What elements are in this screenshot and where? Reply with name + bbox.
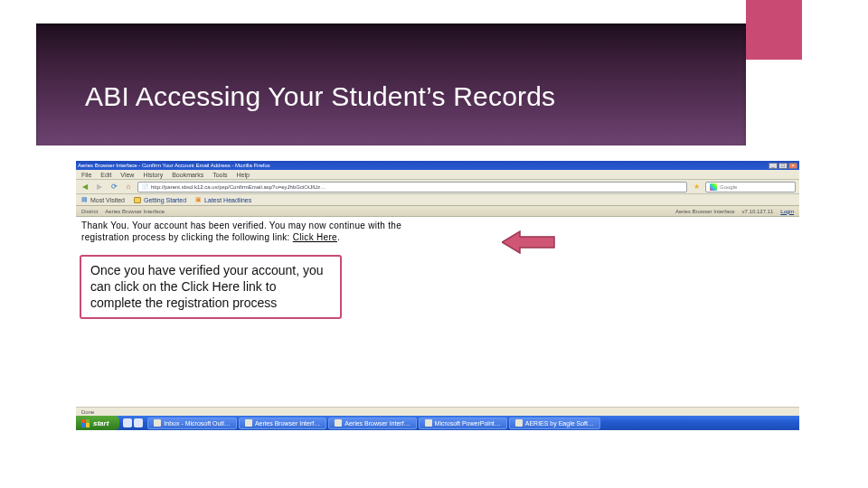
nav-toolbar: ◀ ▶ ⟳ ⌂ 📄 http://parent.sbsd.k12.ca.us/p…	[76, 180, 799, 194]
folder-icon	[134, 197, 141, 203]
quick-launch-icon[interactable]	[123, 418, 132, 427]
reload-button[interactable]: ⟳	[108, 182, 119, 192]
quick-launch	[120, 418, 146, 427]
title-banner: ABI Accessing Your Student’s Records	[36, 23, 746, 145]
instruction-callout: Once you have verified your account, you…	[80, 255, 342, 319]
menu-file[interactable]: File	[81, 172, 91, 178]
bookmark-latest-headlines[interactable]: ▣ Latest Headlines	[195, 196, 251, 203]
browser-screenshot: Aeries Browser Interface - Confirm Your …	[76, 161, 799, 250]
taskbar-item-aeries-eagle[interactable]: AERIES by Eagle Soft…	[509, 418, 600, 429]
close-button[interactable]: ×	[788, 163, 797, 169]
menu-bookmarks[interactable]: Bookmarks	[172, 172, 203, 178]
sys-version: v7.10.127.11	[742, 209, 774, 214]
windows-taskbar: start Inbox - Microsoft Outl… Aeries Bro…	[76, 416, 799, 430]
address-bar[interactable]: 📄 http://parent.sbsd.k12.ca.us/psp/Confi…	[137, 182, 687, 192]
app-icon	[245, 419, 252, 427]
menu-tools[interactable]: Tools	[212, 172, 227, 178]
bookmark-star-icon[interactable]: ★	[691, 182, 702, 192]
bookmark-getting-started[interactable]: Getting Started	[134, 197, 186, 203]
start-button[interactable]: start	[76, 416, 119, 430]
browser-statusbar: Done	[76, 407, 799, 416]
taskbar-item-aeries-1[interactable]: Aeries Browser Interf…	[239, 418, 326, 429]
confirmation-text-dot: .	[337, 232, 340, 242]
list-icon: ▤	[81, 196, 88, 203]
url-text: http://parent.sbsd.k12.ca.us/psp/Confirm…	[151, 184, 326, 190]
home-button[interactable]: ⌂	[123, 182, 134, 192]
sys-district: District	[81, 209, 98, 214]
taskbar-item-outlook[interactable]: Inbox - Microsoft Outl…	[147, 418, 237, 429]
page-icon: 📄	[142, 183, 148, 190]
taskbar-item-powerpoint[interactable]: Microsoft PowerPoint…	[419, 418, 507, 429]
status-text: Done	[81, 409, 94, 415]
maximize-button[interactable]: □	[778, 163, 788, 169]
app-icon	[335, 419, 342, 427]
menu-help[interactable]: Help	[237, 172, 250, 178]
forward-button[interactable]: ▶	[94, 182, 105, 192]
accent-tab	[746, 0, 802, 60]
app-icon	[515, 419, 523, 427]
quick-launch-icon[interactable]	[134, 418, 143, 427]
slide-title: ABI Accessing Your Student’s Records	[36, 23, 746, 112]
app-icon	[425, 419, 432, 427]
bookmarks-toolbar: ▤ Most Visited Getting Started ▣ Latest …	[76, 194, 799, 206]
instruction-text: Once you have verified your account, you…	[90, 263, 324, 310]
window-titlebar: Aeries Browser Interface - Confirm Your …	[76, 161, 799, 170]
app-header-bar: District Aeries Browser Interface Aeries…	[76, 206, 799, 217]
confirmation-text-line1: Thank You. Your account has been verifie…	[81, 221, 401, 230]
taskbar-region: Done start Inbox - Microsoft Outl… Aerie…	[76, 407, 799, 430]
back-button[interactable]: ◀	[80, 182, 90, 192]
sys-app-name: Aeries Browser Interface	[105, 209, 165, 214]
most-visited-label[interactable]: ▤ Most Visited	[81, 196, 125, 203]
start-label: start	[93, 419, 108, 427]
windows-logo-icon	[81, 419, 90, 427]
slide: ABI Accessing Your Student’s Records Aer…	[0, 0, 868, 488]
menu-edit[interactable]: Edit	[100, 172, 111, 178]
feed-icon: ▣	[195, 196, 202, 203]
login-link[interactable]: Login	[780, 209, 794, 214]
menu-bar: File Edit View History Bookmarks Tools H…	[76, 170, 799, 180]
window-controls: _ □ ×	[769, 163, 797, 169]
page-content: Thank You. Your account has been verifie…	[76, 217, 799, 250]
menu-view[interactable]: View	[120, 172, 134, 178]
sys-app-name-right: Aeries Browser Interface	[675, 209, 735, 214]
taskbar-item-aeries-2[interactable]: Aeries Browser Interf…	[328, 418, 416, 429]
callout-arrow	[502, 230, 556, 255]
menu-history[interactable]: History	[143, 172, 163, 178]
search-box[interactable]: Google	[705, 182, 796, 192]
google-icon	[710, 183, 717, 191]
search-placeholder: Google	[720, 184, 737, 190]
confirmation-text-line2: registration process by clicking the fol…	[81, 232, 293, 242]
app-icon	[154, 419, 161, 427]
svg-marker-0	[502, 231, 554, 253]
minimize-button[interactable]: _	[769, 163, 778, 169]
click-here-link[interactable]: Click Here	[293, 232, 337, 242]
window-title: Aeries Browser Interface - Confirm Your …	[78, 163, 270, 168]
